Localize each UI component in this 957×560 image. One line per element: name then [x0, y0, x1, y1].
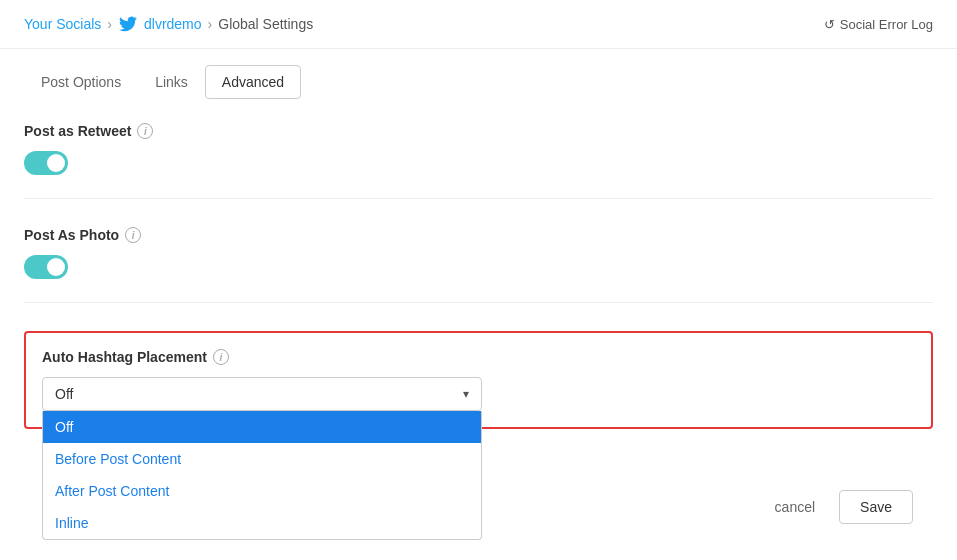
auto-hashtag-select-wrapper: Off ▾ Off Before Post Content After Post…	[42, 377, 482, 411]
auto-hashtag-select[interactable]: Off ▾	[42, 377, 482, 411]
post-as-retweet-info-icon[interactable]: i	[137, 123, 153, 139]
undo-icon: ↺	[824, 17, 835, 32]
tabs-container: Post Options Links Advanced	[0, 49, 957, 99]
option-after-post-content[interactable]: After Post Content	[43, 475, 481, 507]
tab-post-options[interactable]: Post Options	[24, 65, 138, 99]
save-button[interactable]: Save	[839, 490, 913, 524]
breadcrumb-separator-2: ›	[208, 16, 213, 32]
breadcrumb: Your Socials › dlvrdemo › Global Setting…	[24, 14, 313, 34]
account-link[interactable]: dlvrdemo	[144, 16, 202, 32]
auto-hashtag-label: Auto Hashtag Placement i	[42, 349, 915, 365]
dropdown-options: Off Before Post Content After Post Conte…	[42, 411, 482, 540]
post-as-photo-toggle-wrapper	[24, 255, 68, 279]
footer-actions: cancel Save	[739, 474, 937, 540]
option-inline[interactable]: Inline	[43, 507, 481, 539]
current-page: Global Settings	[218, 16, 313, 32]
content-area: Post as Retweet i Post As Photo i Auto H…	[0, 99, 957, 473]
breadcrumb-separator-1: ›	[107, 16, 112, 32]
post-as-retweet-toggle-wrapper	[24, 151, 68, 175]
toggle-thumb	[47, 154, 65, 172]
chevron-down-icon: ▾	[463, 387, 469, 401]
auto-hashtag-info-icon[interactable]: i	[213, 349, 229, 365]
post-as-retweet-label: Post as Retweet i	[24, 123, 933, 139]
tab-advanced[interactable]: Advanced	[205, 65, 301, 99]
post-as-photo-label: Post As Photo i	[24, 227, 933, 243]
select-current-value: Off	[55, 386, 73, 402]
social-error-log-link[interactable]: ↺ Social Error Log	[824, 17, 933, 32]
post-as-photo-toggle[interactable]	[24, 255, 68, 279]
cancel-button[interactable]: cancel	[763, 491, 827, 523]
your-socials-link[interactable]: Your Socials	[24, 16, 101, 32]
post-as-photo-section: Post As Photo i	[24, 227, 933, 303]
toggle-thumb	[47, 258, 65, 276]
header: Your Socials › dlvrdemo › Global Setting…	[0, 0, 957, 49]
post-as-photo-info-icon[interactable]: i	[125, 227, 141, 243]
twitter-icon	[118, 14, 138, 34]
option-off[interactable]: Off	[43, 411, 481, 443]
post-as-retweet-toggle[interactable]	[24, 151, 68, 175]
auto-hashtag-section: Auto Hashtag Placement i Off ▾ Off Befor…	[24, 331, 933, 429]
tab-links[interactable]: Links	[138, 65, 205, 99]
option-before-post-content[interactable]: Before Post Content	[43, 443, 481, 475]
post-as-retweet-section: Post as Retweet i	[24, 123, 933, 199]
